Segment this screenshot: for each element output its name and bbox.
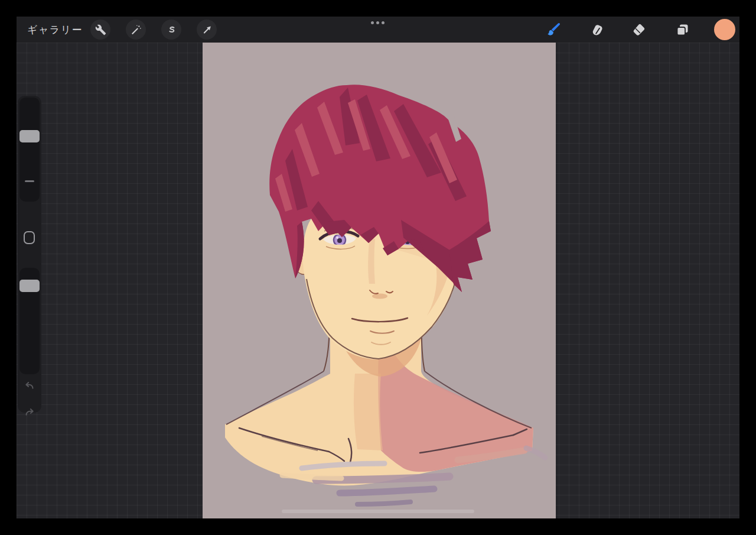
- home-indicator[interactable]: [282, 510, 474, 513]
- arrow-cursor-icon: [201, 24, 213, 35]
- undo-button[interactable]: [23, 380, 36, 393]
- multitasking-indicator[interactable]: [371, 21, 384, 24]
- selection-button[interactable]: [161, 20, 181, 40]
- brush-sidebar: [18, 96, 41, 413]
- brush-icon: [545, 21, 562, 38]
- drawing-canvas[interactable]: [203, 43, 556, 518]
- brush-size-handle[interactable]: [19, 130, 40, 142]
- wrench-icon: [95, 24, 106, 35]
- layers-icon: [674, 22, 690, 38]
- portrait-artwork: [203, 43, 556, 518]
- opacity-handle[interactable]: [19, 280, 40, 292]
- eraser-icon: [631, 22, 647, 37]
- selection-s-icon: [166, 24, 177, 35]
- actions-button[interactable]: [90, 20, 110, 40]
- ellipsis-icon: [371, 21, 374, 24]
- redo-button[interactable]: [23, 406, 36, 419]
- modify-button[interactable]: [24, 231, 35, 244]
- layers-button[interactable]: [669, 17, 695, 43]
- gallery-button[interactable]: ギャラリー: [27, 17, 83, 43]
- brush-size-slider[interactable]: [19, 98, 40, 202]
- adjustments-button[interactable]: [126, 20, 146, 40]
- paint-tool-button[interactable]: [540, 17, 566, 43]
- smudge-finger-icon: [589, 22, 605, 38]
- slider-center-mark: [25, 180, 34, 182]
- procreate-window: ギャラリー: [17, 17, 739, 518]
- undo-arrow-icon: [23, 380, 36, 393]
- redo-arrow-icon: [23, 406, 36, 419]
- magic-wand-icon: [131, 24, 142, 35]
- transform-button[interactable]: [197, 20, 217, 40]
- smudge-tool-button[interactable]: [584, 17, 610, 43]
- device-frame: ギャラリー: [0, 0, 756, 535]
- color-swatch[interactable]: [714, 19, 735, 40]
- top-toolbar: ギャラリー: [17, 17, 739, 43]
- erase-tool-button[interactable]: [626, 17, 652, 43]
